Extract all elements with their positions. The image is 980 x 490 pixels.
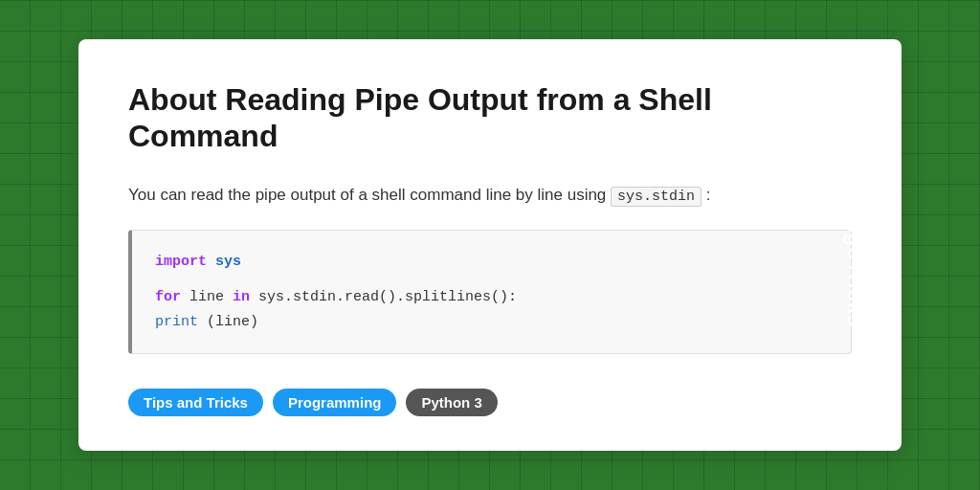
code-block: import sys for line in sys.stdin.read().… <box>128 230 852 355</box>
sidebar-brand-label: @DjangoTricks <box>843 163 868 328</box>
tags-container: Tips and Tricks Programming Python 3 <box>128 389 852 416</box>
description-text-before: You can read the pipe output of a shell … <box>128 186 606 204</box>
page-title: About Reading Pipe Output from a Shell C… <box>128 81 779 155</box>
module-sys: sys <box>215 254 241 270</box>
code-line-2: for line in sys.stdin.read().splitlines(… <box>155 285 828 310</box>
code-plain-1: line <box>189 289 233 305</box>
keyword-in: in <box>233 289 250 305</box>
description-text-after: : <box>706 186 711 204</box>
code-plain-3: (line) <box>207 314 258 330</box>
code-plain-2: sys.stdin.read().splitlines(): <box>258 289 517 305</box>
code-line-3: print (line) <box>155 310 828 335</box>
keyword-print: print <box>155 314 198 330</box>
tag-python3[interactable]: Python 3 <box>406 389 497 416</box>
inline-code-stdin: sys.stdin <box>611 187 702 207</box>
keyword-for: for <box>155 289 181 305</box>
code-spacer <box>155 274 828 285</box>
tag-programming[interactable]: Programming <box>273 389 397 416</box>
keyword-import: import <box>155 254 207 270</box>
description: You can read the pipe output of a shell … <box>128 182 852 209</box>
main-card: About Reading Pipe Output from a Shell C… <box>78 39 902 451</box>
tag-tips-and-tricks[interactable]: Tips and Tricks <box>128 389 263 416</box>
code-line-1: import sys <box>155 250 828 275</box>
